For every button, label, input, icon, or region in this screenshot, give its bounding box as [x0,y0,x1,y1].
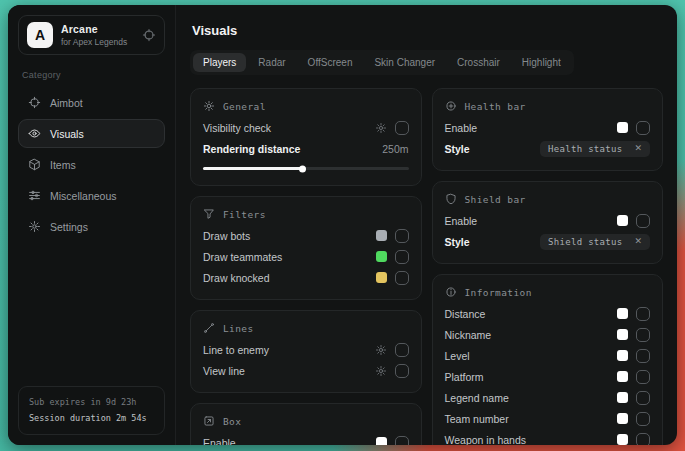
color-swatch[interactable] [376,437,387,445]
session-duration-text: Session duration 2m 54s [29,411,154,426]
checkbox[interactable] [395,250,409,264]
card-title: Filters [223,209,266,220]
setting-label: Team number [445,413,509,425]
checkbox[interactable] [395,364,409,378]
setting-row: Draw teammates [203,246,409,267]
sidebar-item-visuals[interactable]: Visuals [18,119,165,148]
gear-icon [375,365,387,377]
setting-row: Rendering distance250m [203,138,409,159]
setting-row: Team number [445,408,651,429]
checkbox[interactable] [636,349,650,363]
app-title: Arcane [61,23,127,35]
checkbox[interactable] [636,214,650,228]
color-swatch[interactable] [617,413,628,424]
app-window: A Arcane for Apex Legends Category Aimbo… [8,5,677,445]
tab-skin-changer[interactable]: Skin Changer [364,53,445,72]
checkbox[interactable] [636,412,650,426]
setting-row: Line to enemy [203,339,409,360]
checkbox[interactable] [395,436,409,446]
checkbox[interactable] [395,271,409,285]
setting-row: Draw bots [203,225,409,246]
eye-icon [28,127,41,140]
settings-columns: GeneralVisibility checkRendering distanc… [190,88,663,445]
cube-icon [28,158,41,171]
category-label: Category [22,70,161,80]
plus-circle-icon [445,100,457,112]
checkbox[interactable] [636,328,650,342]
setting-label: Enable [445,122,478,134]
clear-icon[interactable]: ✕ [634,237,642,246]
setting-row: Enable [203,432,409,445]
checkbox[interactable] [395,121,409,135]
card-header: Shield bar [445,193,651,205]
tab-highlight[interactable]: Highlight [512,53,571,72]
card-box: BoxEnableEnable background [190,403,422,445]
card-title: Shield bar [465,194,526,205]
color-swatch[interactable] [617,392,628,403]
setting-label: View line [203,365,245,377]
checkbox[interactable] [636,433,650,446]
gear-icon [28,220,41,233]
checkbox[interactable] [636,307,650,321]
sidebar-item-miscellaneous[interactable]: Miscellaneous [18,181,165,210]
setting-label: Level [445,350,470,362]
row-settings-icon[interactable] [375,344,387,356]
setting-label: Style [445,143,470,155]
shield-icon [445,193,457,205]
profile-settings-icon[interactable] [142,28,156,42]
setting-row: Nickname [445,324,651,345]
card-shield-bar: Shield barEnableStyleShield status✕ [432,181,664,264]
clear-icon[interactable]: ✕ [634,144,642,153]
checkbox[interactable] [636,121,650,135]
color-swatch[interactable] [617,371,628,382]
tab-offscreen[interactable]: OffScreen [298,53,363,72]
card-title: Information [465,287,532,298]
checkbox[interactable] [636,391,650,405]
rendering-distance-slider[interactable] [203,167,409,170]
color-swatch[interactable] [617,122,628,133]
sidebar-nav: AimbotVisualsItemsMiscellaneousSettings [18,86,165,243]
color-swatch[interactable] [617,329,628,340]
style-select[interactable]: Health status✕ [540,141,650,157]
card-information: InformationDistanceNicknameLevelPlatform… [432,274,664,445]
color-swatch[interactable] [376,251,387,262]
settings-column: GeneralVisibility checkRendering distanc… [190,88,422,445]
line-icon [203,322,215,334]
checkbox[interactable] [395,343,409,357]
sidebar-item-aimbot[interactable]: Aimbot [18,88,165,117]
color-swatch[interactable] [376,272,387,283]
crosshair-icon [142,28,156,42]
sliders-icon [28,189,41,202]
style-select[interactable]: Shield status✕ [540,234,650,250]
checkbox[interactable] [636,370,650,384]
color-swatch[interactable] [617,434,628,445]
row-settings-icon[interactable] [375,365,387,377]
sidebar-item-label: Settings [50,221,88,233]
card-title: Health bar [465,101,526,112]
setting-row: Enable [445,117,651,138]
main-panel: Visuals PlayersRadarOffScreenSkin Change… [176,5,677,445]
color-swatch[interactable] [617,308,628,319]
sidebar-item-label: Visuals [50,128,84,140]
setting-row: Enable [445,210,651,231]
gear-icon [375,122,387,134]
card-header: Lines [203,322,409,334]
color-swatch[interactable] [376,230,387,241]
sidebar-item-settings[interactable]: Settings [18,212,165,241]
setting-label: Visibility check [203,122,271,134]
row-settings-icon[interactable] [375,122,387,134]
color-swatch[interactable] [617,215,628,226]
setting-label: Weapon in hands [445,434,527,446]
setting-row: Visibility check [203,117,409,138]
checkbox[interactable] [395,229,409,243]
tab-crosshair[interactable]: Crosshair [447,53,510,72]
app-titles: Arcane for Apex Legends [61,23,127,47]
sidebar-item-items[interactable]: Items [18,150,165,179]
sub-expires-text: Sub expires in 9d 23h [29,395,154,410]
slider-thumb[interactable] [299,165,306,172]
tab-radar[interactable]: Radar [248,53,295,72]
color-swatch[interactable] [617,350,628,361]
tab-players[interactable]: Players [193,53,246,72]
subscription-card: Sub expires in 9d 23h Session duration 2… [18,386,165,435]
sidebar-item-label: Miscellaneous [50,190,117,202]
